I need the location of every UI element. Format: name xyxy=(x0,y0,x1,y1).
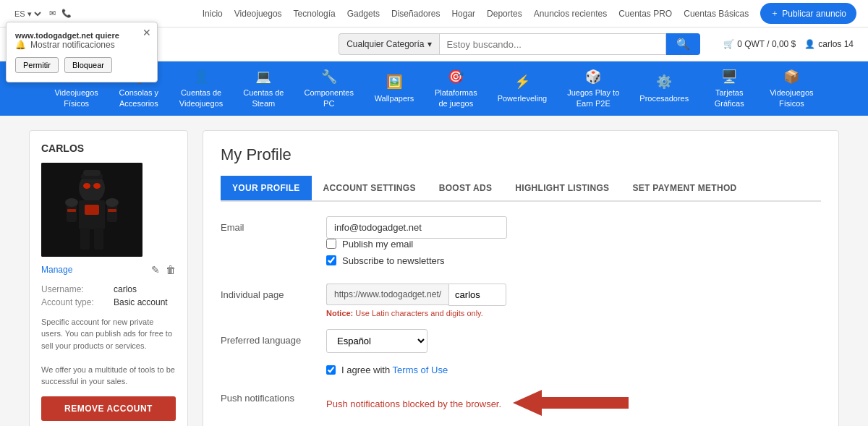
notif-url: www.todogadget.net quiere xyxy=(15,31,148,40)
search-input[interactable] xyxy=(439,33,667,55)
nav-cuentas-basicas[interactable]: Cuentas Básicas xyxy=(684,9,749,19)
tab-your-profile[interactable]: YOUR PROFILE xyxy=(221,176,312,200)
p2e-icon: 🎲 xyxy=(585,69,601,85)
nav-disenadores[interactable]: Diseñadores xyxy=(391,9,440,19)
nav-item-videojuegos-fisicos-2[interactable]: 📦 VideojuegosFísicos xyxy=(761,61,822,116)
nav-label: ComponentesPC xyxy=(304,88,354,108)
username-value: carlos xyxy=(114,283,176,296)
agree-checkbox[interactable] xyxy=(326,365,336,375)
tab-account-settings[interactable]: ACCOUNT SETTINGS xyxy=(312,176,427,200)
search-icon: 🔍 xyxy=(676,38,690,50)
arrow-icon xyxy=(513,390,629,418)
publish-email-checkbox[interactable] xyxy=(326,239,336,249)
nav-inicio[interactable]: Inicio xyxy=(203,9,223,19)
nav-item-tarjetas[interactable]: 🖥️ TarjetasGráficas xyxy=(700,61,758,116)
user-icon: 👤 xyxy=(804,39,815,49)
remove-account-button[interactable]: REMOVE ACCOUNT xyxy=(41,396,176,421)
nav-label: TarjetasGráficas xyxy=(715,88,744,108)
nav-label: Cuentas deSteam xyxy=(243,88,284,108)
wallpaper-icon: 🖼️ xyxy=(386,74,402,90)
arrow-wrap: Push notifications blocked by the browse… xyxy=(326,390,821,418)
email-row: Email Publish my email Subscribe to news… xyxy=(221,216,821,272)
user-info: Username: carlos Account type: Basic acc… xyxy=(41,283,176,309)
nav-label: Consolas yAccesorios xyxy=(119,88,158,108)
email-icon: ✉ xyxy=(49,9,56,18)
subscribe-label: Subscribe to newsletters xyxy=(342,255,445,266)
username-label: Username: xyxy=(41,283,114,296)
nav-videojuegos[interactable]: Videojuegos xyxy=(234,9,282,19)
cart-button[interactable]: 🛒 0 QWT / 0,00 $ xyxy=(723,39,796,49)
plus-icon: ＋ xyxy=(770,7,779,20)
gpu-icon: 🖥️ xyxy=(721,69,737,85)
tab-set-payment-method[interactable]: SET PAYMENT METHOD xyxy=(621,176,748,200)
notice-label: Notice: xyxy=(326,309,353,318)
avatar xyxy=(41,163,142,257)
profile-tabs: YOUR PROFILE ACCOUNT SETTINGS BOOST ADS … xyxy=(221,176,821,202)
nav-label: Procesadores xyxy=(639,93,689,103)
account-type-label: Account type: xyxy=(41,296,114,309)
nav-item-cuentas-videojuegos[interactable]: 👤 Cuentas deVideojuegos xyxy=(171,61,231,116)
individual-page-field: https://www.todogadget.net/ Notice: Use … xyxy=(326,284,821,318)
nav-item-p2e[interactable]: 🎲 Juegos Play toEarn P2E xyxy=(558,61,628,116)
svg-rect-15 xyxy=(83,170,101,176)
language-dropdown[interactable]: Español English xyxy=(326,329,427,353)
profile-name: CARLOS xyxy=(41,142,176,154)
nav-deportes[interactable]: Deportes xyxy=(487,9,522,19)
edit-icon[interactable]: ✎ xyxy=(151,264,160,276)
publish-button[interactable]: ＋ Publicar anuncio xyxy=(760,3,856,24)
agree-label: I agree with Terms of Use xyxy=(341,365,448,375)
account-type-value: Basic account xyxy=(114,296,176,309)
push-notif-field: Push notifications blocked by the browse… xyxy=(326,387,821,418)
close-icon[interactable]: ✕ xyxy=(142,27,151,38)
svg-rect-8 xyxy=(80,228,90,250)
user-menu[interactable]: 👤 carlos 14 xyxy=(804,39,854,49)
notification-popup: ✕ www.todogadget.net quiere 🔔 Mostrar no… xyxy=(6,22,158,82)
nav-anuncios[interactable]: Anuncios recientes xyxy=(534,9,607,19)
terms-row: I agree with Terms of Use xyxy=(221,365,821,375)
manage-row: Manage ✎ 🗑 xyxy=(41,264,176,276)
nav-cuentas-pro[interactable]: Cuentas PRO xyxy=(618,9,672,19)
publish-label: Publicar anuncio xyxy=(782,9,846,19)
box-icon: 📦 xyxy=(783,69,799,85)
tab-highlight-listings[interactable]: HIGHLIGHT LISTINGS xyxy=(503,176,621,200)
cpu-icon: ⚙️ xyxy=(656,74,672,90)
steam-icon: 💻 xyxy=(255,69,271,85)
language-row: Preferred language Español English xyxy=(221,329,821,353)
svg-point-10 xyxy=(65,198,78,207)
individual-page-row: Individual page https://www.todogadget.n… xyxy=(221,284,821,318)
nav-item-procesadores[interactable]: ⚙️ Procesadores xyxy=(631,67,697,111)
search-button[interactable]: 🔍 xyxy=(666,33,700,55)
nav-item-wallpapers[interactable]: 🖼️ Wallpapers xyxy=(365,67,423,111)
subscribe-checkbox[interactable] xyxy=(326,255,336,265)
cart-icon: 🛒 xyxy=(723,39,734,49)
svg-point-3 xyxy=(83,183,90,189)
terms-link[interactable]: Terms of Use xyxy=(393,365,448,375)
nav-item-powerleveling[interactable]: ⚡ Powerleveling xyxy=(489,67,556,111)
nav-item-plataformas[interactable]: 🎯 Plataformasde juegos xyxy=(426,61,486,116)
nav-label: Plataformasde juegos xyxy=(435,88,477,108)
push-notif-label: Push notifications xyxy=(221,387,315,404)
category-dropdown[interactable]: Cualquier Categoría ▾ xyxy=(339,33,438,55)
language-select[interactable]: ES ▾ xyxy=(12,9,43,19)
manage-link[interactable]: Manage xyxy=(41,265,72,275)
chevron-down-icon: ▾ xyxy=(427,39,432,49)
nav-label: Wallpapers xyxy=(375,93,414,103)
nav-hogar[interactable]: Hogar xyxy=(451,9,475,19)
delete-icon[interactable]: 🗑 xyxy=(166,264,176,276)
agree-text: I agree with xyxy=(341,365,390,375)
nav-item-componentes[interactable]: 🔧 ComponentesPC xyxy=(295,61,362,116)
language-label: Preferred language xyxy=(221,329,315,346)
individual-page-prefix: https://www.todogadget.net/ xyxy=(326,284,448,305)
svg-marker-16 xyxy=(513,390,542,416)
nav-tecnologia[interactable]: Tecnología xyxy=(294,9,336,19)
individual-page-input[interactable] xyxy=(448,284,506,306)
tab-boost-ads[interactable]: BOOST ADS xyxy=(427,176,504,200)
nav-gadgets[interactable]: Gadgets xyxy=(347,9,380,19)
svg-rect-12 xyxy=(67,209,76,212)
nav-item-steam[interactable]: 💻 Cuentas deSteam xyxy=(234,61,292,116)
terms-label-spacer xyxy=(221,365,315,370)
publish-email-label: Publish my email xyxy=(342,239,413,250)
block-button[interactable]: Bloquear xyxy=(64,57,112,73)
allow-button[interactable]: Permitir xyxy=(15,57,59,73)
email-input[interactable] xyxy=(326,216,507,239)
